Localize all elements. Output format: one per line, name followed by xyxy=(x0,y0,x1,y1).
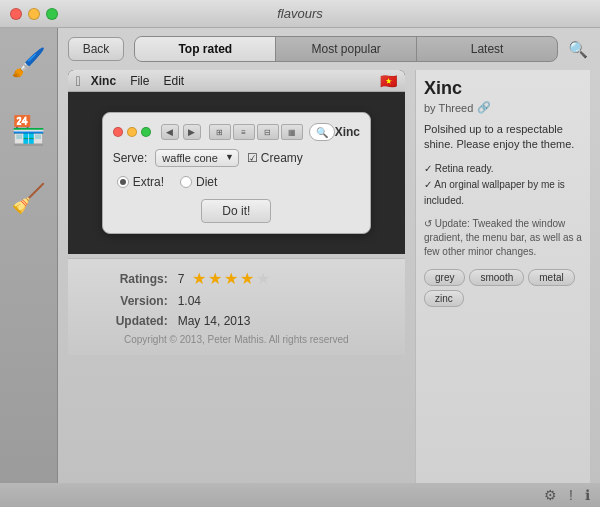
diet-radio[interactable]: Diet xyxy=(180,175,217,189)
mac-window-titlebar:  Xinc File Edit 🇻🇳 xyxy=(68,70,405,92)
search-placeholder: 🔍 xyxy=(316,127,328,138)
dialog-minimize[interactable] xyxy=(127,127,137,137)
menu-file[interactable]: File xyxy=(130,74,149,88)
ratings-row: Ratings: 7 ★ ★ ★ ★ ★ xyxy=(88,269,385,288)
checklist-item-2: ✓ An orginal wallpaper by me is included… xyxy=(424,177,582,209)
dialog-titlebar: ◀ ▶ ⊞ ≡ ⊟ ▦ xyxy=(113,123,360,141)
menu-app-name[interactable]: Xinc xyxy=(91,74,116,88)
dialog-title-text: Xinc xyxy=(335,125,360,139)
menu-edit[interactable]: Edit xyxy=(163,74,184,88)
star-4: ★ xyxy=(240,269,254,288)
nav-forward[interactable]: ▶ xyxy=(183,124,201,140)
inner-dialog: ◀ ▶ ⊞ ≡ ⊟ ▦ xyxy=(102,112,371,234)
dialog-nav: ◀ ▶ xyxy=(161,124,201,140)
preview-area:  Xinc File Edit 🇻🇳 xyxy=(68,70,405,507)
theme-description: Polsihed up to a respectable shine. Plea… xyxy=(424,122,582,153)
creamy-checkbox[interactable]: ☑ Creamy xyxy=(247,151,303,165)
info-status-icon[interactable]: ℹ xyxy=(585,487,590,503)
title-bar: flavours xyxy=(0,0,600,28)
star-2: ★ xyxy=(208,269,222,288)
dialog-close[interactable] xyxy=(113,127,123,137)
radio-row: Extra! Diet xyxy=(113,175,360,189)
view-cover[interactable]: ▦ xyxy=(281,124,303,140)
view-grid[interactable]: ⊞ xyxy=(209,124,231,140)
minimize-button[interactable] xyxy=(28,8,40,20)
theme-title: Xinc xyxy=(424,78,582,99)
theme-tags: grey smooth metal zinc xyxy=(424,269,582,307)
status-bar: ⚙ ! ℹ xyxy=(0,483,600,507)
sidebar-icon-tools[interactable]: 🧹 xyxy=(4,174,52,222)
maximize-button[interactable] xyxy=(46,8,58,20)
back-button[interactable]: Back xyxy=(68,37,125,61)
diet-label: Diet xyxy=(196,175,217,189)
copyright-text: Copyright © 2013, Peter Mathis. All righ… xyxy=(88,334,385,345)
dialog-maximize[interactable] xyxy=(141,127,151,137)
dialog-traffic-lights xyxy=(113,127,151,137)
nav-back[interactable]: ◀ xyxy=(161,124,179,140)
mac-preview-window:  Xinc File Edit 🇻🇳 xyxy=(68,70,405,254)
waffle-cone-label: waffle cone xyxy=(162,152,217,164)
theme-section:  Xinc File Edit 🇻🇳 xyxy=(68,70,590,507)
tab-most-popular[interactable]: Most popular xyxy=(276,37,417,61)
do-it-button[interactable]: Do it! xyxy=(201,199,271,223)
updated-row: Updated: May 14, 2013 xyxy=(88,314,385,328)
tabs-group: Top rated Most popular Latest xyxy=(134,36,558,62)
flag-icon: 🇻🇳 xyxy=(380,73,397,89)
extra-label: Extra! xyxy=(133,175,164,189)
tag-zinc[interactable]: zinc xyxy=(424,290,464,307)
traffic-lights xyxy=(10,8,58,20)
exclaim-icon[interactable]: ! xyxy=(569,487,573,503)
creamy-label: Creamy xyxy=(261,151,303,165)
ratings-label: Ratings: xyxy=(88,272,168,286)
close-button[interactable] xyxy=(10,8,22,20)
checkbox-icon: ☑ xyxy=(247,151,258,165)
star-5: ★ xyxy=(256,269,270,288)
info-panel: Xinc by Threed 🔗 Polsihed up to a respec… xyxy=(415,70,590,507)
serve-label: Serve: xyxy=(113,151,148,165)
tag-grey[interactable]: grey xyxy=(424,269,465,286)
theme-update: ↺ Update: Tweaked the window gradient, t… xyxy=(424,217,582,259)
sidebar: 🖌️ 🏪 🧹 xyxy=(0,28,58,507)
star-rating: ★ ★ ★ ★ ★ xyxy=(192,269,270,288)
dialog-search[interactable]: 🔍 xyxy=(309,123,335,141)
updated-value: May 14, 2013 xyxy=(178,314,251,328)
view-list[interactable]: ≡ xyxy=(233,124,255,140)
sidebar-icon-shop[interactable]: 🏪 xyxy=(4,106,52,154)
author-text: by Threed xyxy=(424,102,473,114)
checklist-item-1: ✓ Retina ready. xyxy=(424,161,582,177)
gear-status-icon[interactable]: ⚙ xyxy=(544,487,557,503)
menu-items: Xinc File Edit xyxy=(91,74,184,88)
version-value: 1.04 xyxy=(178,294,201,308)
dialog-view-btns: ⊞ ≡ ⊟ ▦ xyxy=(209,124,303,140)
tag-metal[interactable]: metal xyxy=(528,269,574,286)
diet-radio-btn[interactable] xyxy=(180,176,192,188)
dropdown-arrow: ▼ xyxy=(225,152,234,162)
link-icon: 🔗 xyxy=(477,101,491,114)
version-label: Version: xyxy=(88,294,168,308)
content-area: Back Top rated Most popular Latest 🔍  xyxy=(58,28,600,507)
extra-radio[interactable]: Extra! xyxy=(117,175,164,189)
waffle-cone-dropdown[interactable]: waffle cone ▼ xyxy=(155,149,238,167)
sidebar-icon-brush[interactable]: 🖌️ xyxy=(4,38,52,86)
tab-top-rated[interactable]: Top rated xyxy=(135,37,276,61)
view-col[interactable]: ⊟ xyxy=(257,124,279,140)
app-title: flavours xyxy=(277,6,323,21)
tab-latest[interactable]: Latest xyxy=(417,37,557,61)
ratings-section: Ratings: 7 ★ ★ ★ ★ ★ Version: xyxy=(68,258,405,355)
version-row: Version: 1.04 xyxy=(88,294,385,308)
apple-icon:  xyxy=(76,73,81,89)
ratings-value: 7 xyxy=(178,272,185,286)
star-1: ★ xyxy=(192,269,206,288)
serve-row: Serve: waffle cone ▼ ☑ Creamy xyxy=(113,149,360,167)
extra-radio-btn[interactable] xyxy=(117,176,129,188)
theme-author: by Threed 🔗 xyxy=(424,101,582,114)
search-icon[interactable]: 🔍 xyxy=(566,37,590,61)
theme-checklist: ✓ Retina ready. ✓ An orginal wallpaper b… xyxy=(424,161,582,209)
tag-smooth[interactable]: smooth xyxy=(469,269,524,286)
updated-label: Updated: xyxy=(88,314,168,328)
star-3: ★ xyxy=(224,269,238,288)
tabs-bar: Back Top rated Most popular Latest 🔍 xyxy=(58,28,600,70)
